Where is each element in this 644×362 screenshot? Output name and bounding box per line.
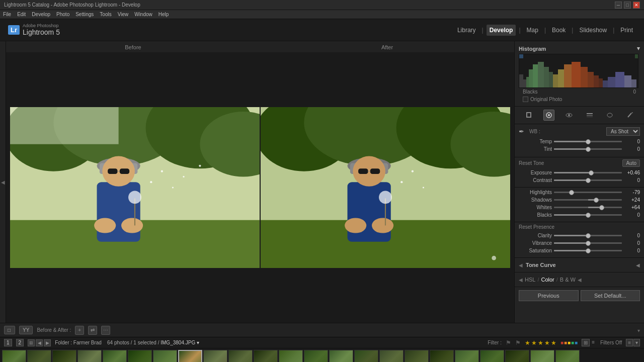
add-view-button[interactable]: + (75, 326, 84, 335)
spot-removal-tool[interactable] (543, 110, 554, 121)
graduated-filter-tool[interactable] (584, 110, 595, 121)
highlights-slider[interactable] (554, 192, 622, 193)
clarity-slider[interactable] (554, 235, 622, 236)
filmstrip-thumb-11[interactable] (254, 350, 278, 363)
close-button[interactable]: ✕ (633, 2, 640, 9)
nav-library[interactable]: Library (454, 25, 479, 36)
vibrance-slider[interactable] (554, 242, 622, 244)
blacks-indicator-label: Blacks (523, 89, 537, 95)
red-label[interactable]: ■ (560, 340, 564, 345)
red-eye-tool[interactable] (564, 110, 575, 121)
menu-file[interactable]: File (3, 12, 11, 17)
filmstrip-thumb-selected[interactable] (178, 350, 202, 363)
left-panel-toggle[interactable]: ◀ (0, 41, 6, 323)
menu-help[interactable]: Help (158, 12, 169, 17)
minimize-button[interactable]: ─ (615, 2, 622, 9)
filmstrip-thumb-20[interactable] (480, 350, 504, 363)
swap-views-button[interactable]: ⇄ (88, 326, 97, 335)
filmstrip-options[interactable]: ▾ (633, 339, 640, 346)
bw-tab[interactable]: B & W (560, 277, 576, 283)
filmstrip-thumb-2[interactable] (27, 350, 51, 363)
auto-button[interactable]: Auto (622, 159, 640, 167)
filmstrip-thumb-15[interactable] (354, 350, 378, 363)
tint-slider[interactable] (554, 148, 622, 150)
filename[interactable]: IMG_3804.JPG ▾ (160, 340, 199, 345)
view-mode-button[interactable]: □ (4, 326, 15, 334)
view-options-dropdown[interactable]: ▾ (637, 327, 640, 333)
filmstrip-thumb-18[interactable] (430, 350, 454, 363)
nav-slideshow[interactable]: Slideshow (576, 25, 610, 36)
set-default-button[interactable]: Set Default... (581, 290, 640, 301)
nav-map[interactable]: Map (524, 25, 541, 36)
window-controls[interactable]: ─ □ ✕ (615, 2, 640, 9)
nav-print[interactable]: Print (617, 25, 636, 36)
filmstrip-thumb-7[interactable] (153, 350, 177, 363)
filmstrip-sort[interactable]: ≡ (626, 339, 633, 346)
color-tab[interactable]: Color (541, 277, 554, 283)
page-num-2[interactable]: 2 (16, 339, 24, 346)
saturation-label: Saturation (519, 248, 552, 253)
shadows-slider[interactable] (554, 199, 622, 201)
contrast-slider[interactable] (554, 179, 622, 181)
filmstrip-thumb-9[interactable] (203, 350, 227, 363)
filmstrip-thumb-3[interactable] (52, 350, 76, 363)
nav-book[interactable]: Book (549, 25, 569, 36)
menu-tools[interactable]: Tools (100, 12, 111, 17)
blacks-slider[interactable] (554, 214, 622, 216)
menu-view[interactable]: View (118, 12, 129, 17)
wb-select[interactable]: As Shot Auto Daylight Cloudy Shade Custo… (606, 127, 640, 136)
next-arrow[interactable]: ▶ (44, 339, 51, 346)
blue-label[interactable]: ■ (575, 340, 578, 345)
filmstrip-thumb-22[interactable] (530, 350, 554, 363)
filmstrip-controls: ≡ ▾ (626, 339, 640, 346)
filmstrip-thumb-1[interactable] (2, 350, 26, 363)
flag-reject-icon[interactable]: ⚑ (515, 339, 521, 346)
filmstrip-thumb-5[interactable] (103, 350, 127, 363)
after-photo[interactable] (261, 107, 510, 268)
options-button[interactable]: ⋯ (101, 326, 110, 335)
whites-slider[interactable] (554, 207, 622, 208)
radial-filter-tool[interactable] (604, 110, 615, 121)
previous-button[interactable]: Previous (519, 290, 579, 301)
before-photo[interactable] (10, 107, 260, 268)
flag-unset-icon[interactable]: ⚑ (506, 339, 511, 346)
menu-edit[interactable]: Edit (17, 12, 26, 17)
filmstrip-thumb-6[interactable] (128, 350, 152, 363)
saturation-slider[interactable] (554, 250, 622, 251)
grid-view-icon[interactable]: ⊞ (28, 339, 35, 346)
eyedropper-icon[interactable]: ✒ (519, 128, 524, 135)
menu-settings[interactable]: Settings (75, 12, 94, 17)
menu-photo[interactable]: Photo (56, 12, 69, 17)
tone-curve-header[interactable]: ◀ Tone Curve ◀ (519, 260, 640, 270)
filmstrip-thumb-10[interactable] (228, 350, 253, 363)
filmstrip-thumb-4[interactable] (77, 350, 102, 363)
orange-label[interactable]: ■ (564, 340, 567, 345)
menu-develop[interactable]: Develop (32, 12, 50, 17)
temp-slider[interactable] (554, 141, 622, 142)
yellow-label[interactable]: ■ (568, 340, 571, 345)
adjustment-brush-tool[interactable] (624, 110, 635, 121)
page-num-1[interactable]: 1 (4, 339, 12, 346)
filmstrip-thumb-16[interactable] (379, 350, 404, 363)
green-label[interactable]: ■ (571, 340, 574, 345)
hsl-tab[interactable]: HSL (525, 277, 535, 283)
filmstrip-thumb-13[interactable] (304, 350, 328, 363)
menu-window[interactable]: Window (134, 12, 152, 17)
grid-toggle[interactable]: ⊞ (582, 339, 590, 346)
filmstrip-thumb-12[interactable] (279, 350, 303, 363)
original-photo-checkbox[interactable] (523, 97, 528, 102)
nav-develop[interactable]: Develop (487, 25, 516, 36)
yy-button[interactable]: YY (19, 326, 33, 334)
prev-arrow[interactable]: ◀ (36, 339, 43, 346)
filmstrip-thumb-21[interactable] (505, 350, 529, 363)
crop-tool[interactable] (523, 110, 534, 121)
maximize-button[interactable]: □ (624, 2, 631, 9)
filmstrip-toggle[interactable]: ≡ (590, 339, 596, 346)
stars-rating[interactable]: ★★★★★ (525, 339, 556, 346)
histogram-dropdown-icon[interactable]: ▾ (637, 45, 640, 52)
filmstrip-thumb-17[interactable] (405, 350, 429, 363)
filmstrip-thumb-19[interactable] (455, 350, 479, 363)
exposure-slider[interactable] (554, 172, 622, 173)
filmstrip-thumb-14[interactable] (329, 350, 353, 363)
filmstrip-thumb-23[interactable] (555, 350, 580, 363)
